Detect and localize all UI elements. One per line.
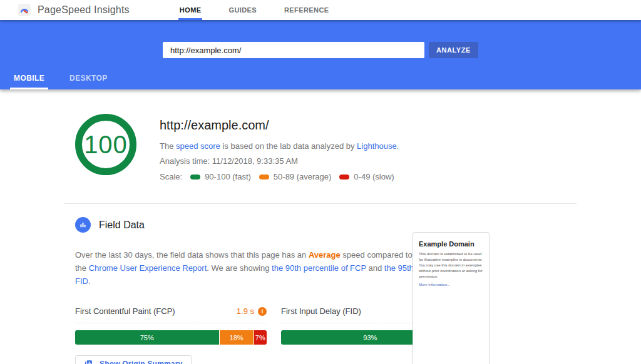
bar-chart-icon — [75, 217, 91, 233]
fd-text: Over the last 30 days, the field data sh… — [75, 250, 309, 260]
fcp-metric-header: First Contentful Paint (FCP) 1.9 s i — [75, 306, 267, 323]
fcp-metric: First Contentful Paint (FCP) 1.9 s i 75%… — [75, 306, 267, 345]
nav-item-reference[interactable]: REFERENCE — [283, 0, 330, 20]
score-desc-text: . — [397, 141, 399, 151]
bar-segment-average: 18% — [219, 330, 254, 345]
score-info: http://example.com/ The speed score is b… — [160, 114, 399, 181]
average-speed-badge: Average — [309, 250, 341, 260]
analysis-timestamp: Analysis time: 11/12/2018, 9:33:35 AM — [160, 156, 399, 166]
fcp-metric-value: 1.9 s — [237, 306, 254, 316]
origin-button-label: Show Origin Summary — [100, 360, 183, 364]
analyze-button[interactable]: ANALYZE — [429, 42, 478, 58]
page-title: http://example.com/ — [160, 118, 399, 133]
hero-banner: ANALYZE MOBILE DESKTOP — [0, 20, 641, 89]
nav-item-home[interactable]: HOME — [178, 0, 203, 20]
tab-desktop[interactable]: DESKTOP — [66, 74, 111, 89]
scale-label: Scale: — [160, 172, 182, 181]
speed-score-link[interactable]: speed score — [176, 141, 220, 151]
pagespeed-logo-icon — [18, 4, 31, 16]
average-legend-pill — [259, 174, 269, 179]
more-information-link: More information... — [419, 283, 483, 286]
tab-mobile[interactable]: MOBILE — [10, 74, 48, 89]
slow-legend-label: 0-49 (slow) — [354, 172, 394, 181]
show-origin-summary-button[interactable]: Show Origin Summary — [75, 355, 192, 364]
fcp-info-icon[interactable]: i — [258, 307, 267, 316]
bar-segment-slow: 7% — [254, 330, 267, 345]
fd-text: and — [366, 263, 384, 273]
fcp-distribution-bar: 75% 18% 7% — [75, 330, 267, 345]
fcp-metric-name: First Contentful Paint (FCP) — [75, 306, 175, 316]
fast-legend-pill — [190, 174, 200, 179]
nav-item-guides[interactable]: GUIDES — [227, 0, 258, 20]
field-data-title: Field Data — [99, 220, 145, 231]
url-search-row: ANALYZE — [0, 20, 641, 58]
fd-text: . We are showing — [207, 263, 272, 273]
score-desc-text: is based on the lab data analyzed by — [220, 141, 357, 151]
fast-legend-label: 90-100 (fast) — [205, 172, 251, 181]
speed-score-gauge: 100 — [75, 114, 136, 175]
origin-chart-icon — [84, 359, 93, 364]
lighthouse-link[interactable]: Lighthouse — [357, 141, 397, 151]
url-input[interactable] — [163, 42, 424, 58]
page-thumbnail-preview: Example Domain This domain is establishe… — [413, 232, 490, 364]
results-main: 100 http://example.com/ The speed score … — [0, 114, 641, 364]
bar-segment-fast: 75% — [75, 330, 219, 345]
section-divider — [64, 203, 577, 204]
crux-report-link[interactable]: Chrome User Experience Report — [89, 263, 207, 273]
score-summary: 100 http://example.com/ The speed score … — [75, 114, 566, 181]
speed-score-value: 100 — [84, 131, 128, 159]
preview-heading: Example Domain — [419, 240, 483, 248]
average-legend-label: 50-89 (average) — [274, 172, 332, 181]
score-description: The speed score is based on the lab data… — [160, 141, 399, 151]
fid-metric-name: First Input Delay (FID) — [281, 306, 361, 316]
fd-text: . — [88, 276, 91, 286]
field-data-header: Field Data — [75, 217, 566, 233]
device-tabs: MOBILE DESKTOP — [0, 74, 641, 89]
app-title: PageSpeed Insights — [38, 4, 130, 16]
fcp-percentile-link[interactable]: the 90th percentile of FCP — [272, 263, 366, 273]
slow-legend-pill — [339, 174, 349, 179]
score-desc-text: The — [160, 141, 176, 151]
field-data-section: Field Data Over the last 30 days, the fi… — [75, 217, 566, 364]
top-navigation: HOME GUIDES REFERENCE — [178, 0, 356, 20]
top-bar: PageSpeed Insights HOME GUIDES REFERENCE — [0, 0, 641, 20]
scale-legend: Scale: 90-100 (fast) 50-89 (average) 0-4… — [160, 172, 399, 181]
preview-body-text: This domain is established to be used fo… — [419, 251, 483, 280]
